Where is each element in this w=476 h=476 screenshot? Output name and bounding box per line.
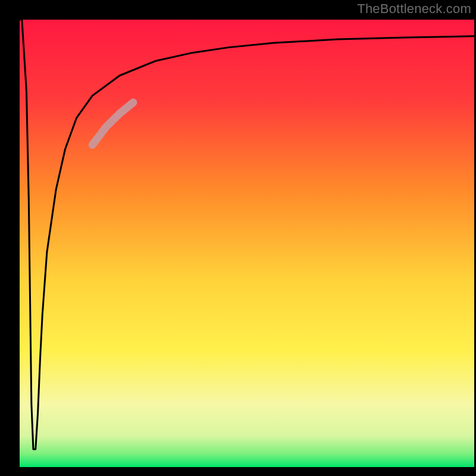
plot-area	[20, 20, 474, 467]
gradient-background	[20, 20, 474, 467]
watermark-text: TheBottleneck.com	[357, 1, 471, 17]
chart-frame: TheBottleneck.com	[0, 0, 476, 476]
chart-svg	[20, 20, 474, 467]
